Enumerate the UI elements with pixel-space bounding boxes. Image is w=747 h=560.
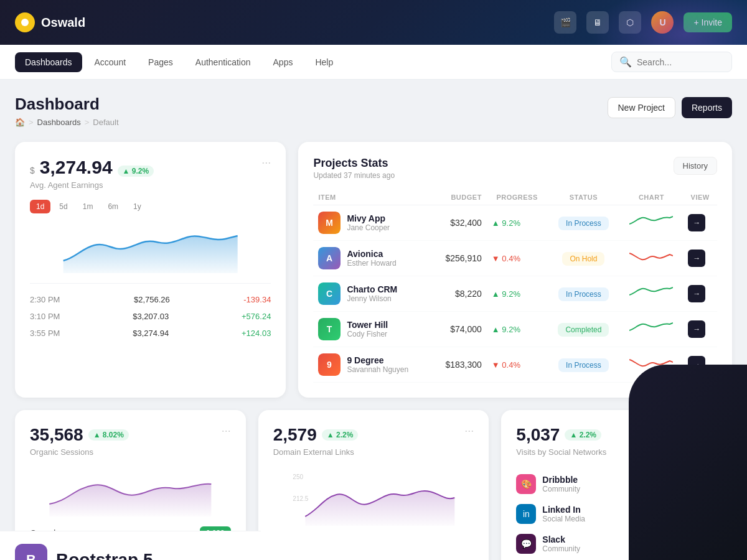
bootstrap-icon: B	[15, 544, 47, 560]
social-card: 5,037 ▲ 2.2% Visits by Social Networks ·…	[501, 410, 732, 560]
col-item: ITEM	[313, 190, 431, 205]
monitor-icon[interactable]: 🖥	[586, 11, 609, 34]
brand-name: Oswald	[41, 16, 85, 30]
svg-text:M: M	[326, 218, 334, 228]
table-row: A Avionica Esther Howard $256,910 ▼ 0.4%…	[313, 241, 717, 276]
brand-icon	[15, 12, 35, 32]
organic-change-badge: ▲ 8.02%	[88, 429, 129, 441]
breadcrumb-dashboards[interactable]: Dashboards	[37, 118, 81, 127]
search-icon: 🔍	[619, 56, 632, 68]
col-budget: BUDGET	[432, 190, 487, 205]
nav-dashboards[interactable]: Dashboards	[15, 52, 82, 72]
page-header: Dashboard 🏠 > Dashboards > Default	[15, 95, 119, 127]
col-status: STATUS	[547, 190, 619, 205]
tab-5d[interactable]: 5d	[53, 200, 73, 213]
svg-text:250: 250	[293, 474, 303, 480]
earnings-amount: $ 3,274.94 ▲ 9.2%	[30, 157, 154, 178]
brand: Oswald	[15, 12, 85, 32]
table-row: C Charto CRM Jenny Wilson $8,220 ▲ 9.2% …	[313, 276, 717, 312]
breadcrumb: 🏠 > Dashboards > Default	[15, 118, 119, 127]
page-title: Dashboard	[15, 95, 119, 114]
social-item: in Linked In Social Media 1,088 ▼ 0.4%	[516, 499, 717, 529]
nav-account[interactable]: Account	[85, 52, 136, 72]
social-item: 💬 Slack Community 794 ▲ 0.2%	[516, 529, 717, 559]
nav-authentication[interactable]: Authentication	[186, 52, 261, 72]
tab-1y[interactable]: 1y	[127, 200, 148, 213]
tab-1d[interactable]: 1d	[30, 200, 50, 213]
share-icon[interactable]: ⬡	[619, 11, 641, 34]
nav-right: 🎬 🖥 ⬡ U + Invite	[554, 11, 732, 34]
social-networks: 🎨 Dribbble Community 579 ▲ 2.6% in Linke…	[516, 469, 717, 559]
bootstrap-label: Bootstrap 5	[56, 550, 153, 560]
table-row: T Tower Hill Cody Fisher $74,000 ▲ 9.2% …	[313, 312, 717, 347]
camera-icon[interactable]: 🎬	[554, 11, 576, 34]
bottom-row: 35,568 ▲ 8.02% Organic Sessions ···	[15, 410, 732, 560]
earnings-card: $ 3,274.94 ▲ 9.2% ··· Avg. Agent Earning…	[15, 142, 286, 398]
earnings-change-badge: ▲ 9.2%	[118, 166, 154, 177]
projects-card: Projects Stats Updated 37 minutes ago Hi…	[298, 142, 732, 398]
domain-change-badge: ▲ 2.2%	[322, 429, 359, 441]
organic-label: Organic Sessions	[30, 447, 129, 457]
social-more-icon[interactable]: ···	[708, 425, 717, 436]
table-row: 9 9 Degree Savannah Nguyen $183,300 ▼ 0.…	[313, 347, 717, 383]
svg-text:T: T	[327, 324, 332, 334]
svg-text:212.5: 212.5	[293, 495, 308, 502]
earnings-rows: 2:30 PM $2,756.26 -139.34 3:10 PM $3,207…	[30, 283, 271, 342]
earnings-row-1: 2:30 PM $2,756.26 -139.34	[30, 291, 271, 308]
projects-table: ITEM BUDGET PROGRESS STATUS CHART VIEW	[313, 190, 717, 383]
organic-value: 35,568 ▲ 8.02%	[30, 425, 129, 445]
history-button[interactable]: History	[674, 157, 717, 175]
domain-more-icon[interactable]: ···	[464, 425, 474, 436]
organic-more-icon[interactable]: ···	[222, 425, 231, 436]
view-arrow[interactable]: →	[688, 214, 705, 231]
earnings-label: Avg. Agent Earnings	[30, 180, 271, 190]
domain-value: 2,579 ▲ 2.2%	[273, 425, 359, 445]
new-project-button[interactable]: New Project	[608, 97, 675, 118]
earnings-row-2: 3:10 PM $3,207.03 +576.24	[30, 308, 271, 325]
view-arrow[interactable]: →	[688, 320, 705, 338]
col-view: VIEW	[683, 190, 717, 205]
nav-apps[interactable]: Apps	[263, 52, 303, 72]
view-arrow[interactable]: →	[688, 285, 705, 302]
reports-button[interactable]: Reports	[682, 97, 732, 118]
social-value: 5,037 ▲ 2.2%	[516, 425, 606, 445]
earnings-value: 3,274.94	[40, 157, 113, 178]
col-progress: PROGRESS	[487, 190, 548, 205]
tab-1m[interactable]: 1m	[77, 200, 100, 213]
view-arrow[interactable]: →	[688, 356, 705, 373]
projects-updated: Updated 37 minutes ago	[313, 171, 395, 180]
projects-title: Projects Stats	[313, 157, 395, 170]
domain-label: Domain External Links	[273, 447, 359, 457]
home-icon: 🏠	[15, 118, 25, 127]
domain-card: 2,579 ▲ 2.2% Domain External Links ··· 2…	[258, 410, 489, 560]
nav-help[interactable]: Help	[305, 52, 343, 72]
social-change-badge: ▲ 2.2%	[565, 429, 601, 441]
table-row: M Mivy App Jane Cooper $32,400 ▲ 9.2% In…	[313, 205, 717, 241]
tab-6m[interactable]: 6m	[101, 200, 125, 213]
social-item: 🎨 Dribbble Community 579 ▲ 2.6%	[516, 469, 717, 499]
organic-chart	[30, 467, 231, 516]
time-tabs: 1d 5d 1m 6m 1y	[30, 200, 271, 213]
view-arrow[interactable]: →	[688, 250, 705, 267]
earnings-row-3: 3:55 PM $3,274.94 +124.03	[30, 325, 271, 342]
earnings-chart	[30, 223, 271, 273]
domain-chart: 250 212.5	[273, 467, 474, 529]
social-label: Visits by Social Networks	[516, 447, 606, 457]
invite-button[interactable]: + Invite	[684, 12, 732, 32]
more-options-icon[interactable]: ···	[261, 157, 271, 180]
organic-card: 35,568 ▲ 8.02% Organic Sessions ···	[15, 410, 246, 560]
search-input[interactable]	[637, 57, 724, 67]
svg-text:A: A	[326, 253, 332, 263]
breadcrumb-default: Default	[93, 118, 118, 127]
col-chart: CHART	[619, 190, 683, 205]
svg-text:9: 9	[327, 360, 332, 370]
dollar-sign: $	[30, 166, 35, 175]
avatar[interactable]: U	[651, 11, 674, 34]
secondary-nav: Dashboards Account Pages Authentication …	[0, 45, 747, 80]
search-container: 🔍	[611, 52, 732, 72]
nav-pages[interactable]: Pages	[138, 52, 183, 72]
svg-text:C: C	[326, 289, 332, 299]
bootstrap-overlay: B Bootstrap 5	[0, 531, 261, 560]
top-nav: Oswald 🎬 🖥 ⬡ U + Invite	[0, 0, 747, 45]
